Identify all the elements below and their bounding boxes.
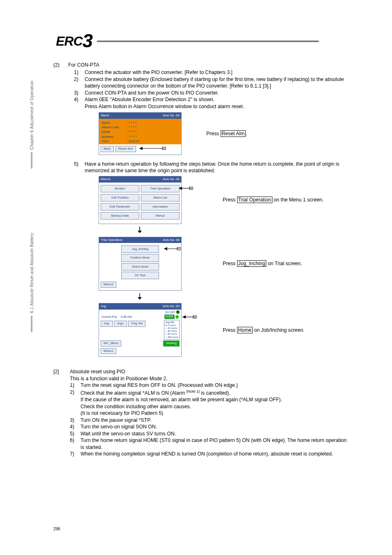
jog-plus-button[interactable]: Jog+ bbox=[114, 321, 127, 327]
side-tab-chapter-text: Chapter 6 Adjustment of Operation bbox=[30, 81, 34, 150]
position-move-button[interactable]: Position Move bbox=[121, 254, 159, 261]
list-item: 4)Alarm 0EE "Absolute Encoder Error Dete… bbox=[74, 96, 351, 103]
menu-screenshot-row: Menu1 Axis No. 00 Monitor Trial Operatio… bbox=[99, 176, 351, 224]
jog-footer: Menu1 bbox=[99, 347, 181, 357]
mv-menu-button[interactable]: MV_Menu bbox=[101, 340, 121, 347]
item-text: Turn ON the pause signal *STP. bbox=[81, 417, 351, 423]
monitor-button[interactable]: Monitor bbox=[101, 185, 139, 192]
item-num: 1) bbox=[74, 69, 85, 76]
logo-number: 3 bbox=[83, 30, 93, 51]
list-item: 5)Wait until the servo-on status SV turn… bbox=[70, 430, 351, 437]
caption-suffix: on the Menu 1 screen. bbox=[272, 197, 324, 203]
trial-screenshot-row: Trial Operation Axis No. 00 Jog_Inching … bbox=[99, 237, 351, 291]
jog-screenshot: Jog Axis No. 00 SV OFF Current Pos 0.00 … bbox=[99, 303, 182, 357]
titlebar-right: Axis No. 00 bbox=[163, 177, 180, 182]
menu2-button[interactable]: Menu2 bbox=[141, 212, 180, 220]
caption-boxed: Home bbox=[237, 327, 253, 333]
screenshot-titlebar: Jog Axis No. 00 bbox=[99, 303, 181, 310]
direct-move-button[interactable]: Direct Move bbox=[121, 263, 159, 271]
alarm-value: : * * * * bbox=[127, 125, 137, 130]
down-arrow-icon bbox=[136, 226, 144, 236]
io-test-button[interactable]: I/O Test bbox=[121, 272, 159, 279]
trial-body: Jog_Inching Position Move Direct Move I/… bbox=[99, 243, 181, 280]
backup-data-button[interactable]: Backup Data bbox=[101, 212, 139, 220]
speed-option[interactable]: ○ 30 mm/s bbox=[165, 330, 178, 333]
list-item: 2)Connect the absolute battery (Enclosed… bbox=[74, 76, 351, 90]
reset-alm-button[interactable]: Reset Alm bbox=[115, 146, 136, 152]
heading-title: Absolute reset using PIO bbox=[70, 368, 125, 375]
alarm-label: Address bbox=[101, 134, 127, 139]
item-num: 4) bbox=[70, 423, 81, 430]
item-text: Connect the actuator with the PIO conver… bbox=[85, 69, 351, 76]
caption-boxed: Reset Alm bbox=[221, 130, 246, 137]
item-continuation: Press Alarm button in Alarm Occurrence w… bbox=[85, 103, 351, 110]
list-item: 7)When the homing completion signal HEND… bbox=[70, 451, 351, 457]
inching-button[interactable]: Inching bbox=[163, 340, 180, 347]
item-text: Wait until the servo-on status SV turns … bbox=[81, 430, 351, 437]
edit-position-button[interactable]: Edit Position bbox=[101, 194, 139, 201]
arrow-left-icon bbox=[138, 146, 166, 151]
svg-marker-1 bbox=[139, 147, 143, 150]
alarm-value: : * * * * bbox=[127, 120, 137, 125]
caption-prefix: Press bbox=[223, 197, 237, 203]
alarm-row: Alarm Code: * * * * bbox=[101, 125, 179, 130]
item-num: 6) bbox=[70, 437, 81, 451]
current-pos-label: Current Pos bbox=[101, 315, 117, 319]
alarm-body: Alarm: * * * * Alarm Code: * * * * Detai… bbox=[99, 119, 181, 144]
caption-prefix: Press bbox=[223, 327, 237, 333]
home-button[interactable]: HOME bbox=[164, 314, 175, 319]
item-text: Turn the reset signal RES from OFF to ON… bbox=[81, 382, 351, 388]
caption-prefix: Press bbox=[223, 261, 237, 266]
jog-buttons: Jog- Jog+ Chg Vel bbox=[101, 321, 145, 327]
speed-option[interactable]: ○ 50 mm/s bbox=[165, 333, 178, 335]
menu1-button[interactable]: Menu1 bbox=[101, 348, 116, 354]
back-button[interactable]: Back bbox=[101, 146, 114, 152]
speed-option[interactable]: ● 1 mm/s bbox=[165, 324, 178, 327]
trial-operation-button[interactable]: Trial Operation bbox=[141, 185, 180, 192]
jog-current-row: Current Pos 0.00 mm HOME bbox=[101, 314, 180, 320]
titlebar-right: Axis No. 00 bbox=[163, 238, 180, 243]
list-item: 2) Check that the alarm signal *ALM is O… bbox=[70, 389, 351, 397]
jog-inching-button[interactable]: Jog_Inching bbox=[121, 245, 159, 253]
jog-vel-title: Jog Vel bbox=[165, 321, 178, 324]
svg-marker-9 bbox=[164, 247, 167, 250]
item-continuation: If the cause of the alarm is not removed… bbox=[81, 396, 351, 403]
current-pos-value: 0.00 mm bbox=[121, 315, 132, 319]
speed-option[interactable]: ○ 10 mm/s bbox=[165, 327, 178, 330]
page-content: (2) For CON-PTA 1)Connect the actuator w… bbox=[53, 62, 351, 458]
item-num: 1) bbox=[70, 382, 81, 388]
trial-caption: Press Jog_Inching on Trial screen. bbox=[223, 260, 302, 267]
caption-boxed: Jog_Inching bbox=[237, 260, 267, 267]
jog-minus-button[interactable]: Jog- bbox=[101, 321, 113, 327]
alarm-list-button[interactable]: Alarm List bbox=[141, 194, 180, 201]
list-item: 5)Have a home-return operation by follow… bbox=[74, 161, 351, 174]
side-tab-bar bbox=[31, 152, 32, 169]
edit-parameter-button[interactable]: Edit Parameter bbox=[101, 203, 139, 210]
information-button[interactable]: Information bbox=[141, 203, 180, 210]
jog-vel-panel: Jog Vel ● 1 mm/s ○ 10 mm/s ○ 30 mm/s ○ 5… bbox=[164, 320, 180, 340]
svg-marker-14 bbox=[182, 315, 186, 319]
jog-screenshot-row: Jog Axis No. 00 SV OFF Current Pos 0.00 … bbox=[99, 303, 351, 357]
down-arrow-icon bbox=[136, 292, 144, 302]
header-logo-area: ERC3 bbox=[56, 34, 343, 52]
jog-body: SV OFF Current Pos 0.00 mm HOME bbox=[99, 310, 181, 347]
alarm-screenshot: Alarm Axis No. 00 Alarm: * * * * Alarm C… bbox=[99, 112, 182, 155]
item-text: Have a home-return operation by followin… bbox=[85, 161, 351, 174]
speed-option[interactable]: ○ 100 mm/s bbox=[165, 336, 178, 339]
list-item: 4)Turn the servo-on signal SON ON. bbox=[70, 423, 351, 430]
item-text: Turn the servo-on signal SON ON. bbox=[81, 423, 351, 430]
arrow-left-icon bbox=[177, 186, 194, 191]
titlebar-left: Jog bbox=[101, 304, 106, 309]
arrow-left-icon bbox=[162, 246, 182, 251]
caption-suffix: on Job/Inching screen. bbox=[253, 327, 304, 333]
screenshot-titlebar: Menu1 Axis No. 00 bbox=[99, 176, 181, 183]
alarm-label: Time bbox=[101, 139, 127, 143]
caption-suffix: . bbox=[246, 131, 247, 136]
alarm-value: : 0:03:47 bbox=[127, 139, 140, 143]
menu1-button[interactable]: Menu1 bbox=[101, 282, 116, 288]
item-num: 5) bbox=[74, 161, 85, 174]
alarm-row: Time: 0:03:47 bbox=[101, 139, 179, 143]
alarm-label: Detail bbox=[101, 130, 127, 134]
sv-off-label: SV OFF bbox=[165, 310, 175, 314]
chg-vel-button[interactable]: Chg Vel bbox=[128, 321, 145, 327]
